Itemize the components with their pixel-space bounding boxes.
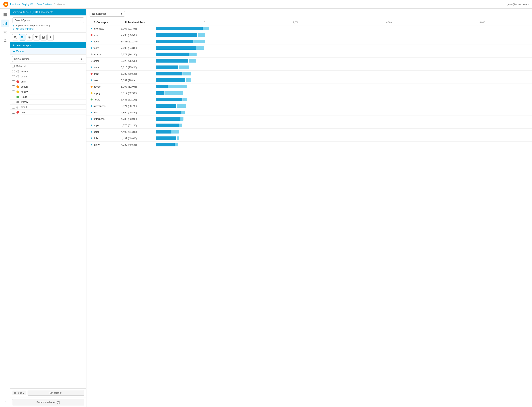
bar-dark [156,27,203,30]
row-concept-name: bitterness [94,117,121,120]
row-bar-container [156,78,529,82]
concept-checkbox[interactable] [12,70,15,73]
chart-row[interactable]: +taste6,616 (75.4%) [87,64,532,70]
no-filter-label: No filter selected [16,28,33,31]
bar-light [183,98,187,101]
bar-dark [156,40,193,43]
flavors-group-header[interactable]: ▶ Flavors [10,48,86,54]
remove-selected-button[interactable]: Remove selected (0) [12,399,84,406]
concept-checkbox[interactable] [12,80,15,83]
main-content: No Selection ▾ ⇅ Concepts ⇅ Total matche… [87,9,532,407]
row-matches-value: 88,888 (100%) [121,40,156,43]
chart-row[interactable]: +bitterness4,730 (53.9%) [87,116,532,122]
bar-light [179,65,189,69]
chart-row[interactable]: +malt4,856 (55.4%) [87,109,532,116]
select-all-checkbox[interactable] [12,65,15,67]
row-icon: + [90,111,94,114]
select-all-row[interactable]: Select all [10,63,86,69]
chart-row[interactable]: +hops4,575 (52.2%) [87,122,532,129]
chart-row[interactable]: +finish4,492 (49.8%) [87,135,532,141]
chevron-down-icon: ▾ [527,3,529,6]
concept-list-item[interactable]: decent [10,84,86,89]
sidebar-item-person[interactable] [1,37,9,45]
concept-list-item[interactable]: drink [10,79,86,84]
row-matches-value: 4,575 (52.2%) [121,124,156,127]
chart-row[interactable]: Pours5,443 (62.1%) [87,96,532,103]
user-menu[interactable]: jane@acme.com ▾ [508,3,529,6]
row-bar-container [156,52,529,56]
svg-point-26 [29,37,30,38]
top-select-dropdown[interactable]: Select Option ▾ [13,17,84,23]
color-bar: Blue ▴ Set color (0) [10,389,86,397]
color-indicator[interactable]: Blue ▴ [12,391,26,395]
bar-dark [156,143,175,146]
bar-light [177,104,186,108]
concept-checkbox[interactable] [12,101,15,103]
chart-row[interactable]: +sweetness5,321 (60.7%) [87,103,532,109]
sidebar-item-settings[interactable] [1,399,9,407]
concept-dropdown[interactable]: Select Option ▾ [12,56,84,62]
list-view-button[interactable] [19,34,25,40]
search-button[interactable] [12,34,18,40]
row-icon: + [90,66,94,69]
chart-row[interactable]: drink6,180 (70.5%) [87,70,532,77]
col-concepts-header[interactable]: ⇅ Concepts [94,21,125,24]
concept-list-item[interactable]: watery [10,100,86,105]
top-concepts-row: ⚙ Top concepts by prevalence (50) [13,24,84,27]
concept-list-item[interactable]: ⊘aroma [10,69,86,74]
concept-list-item[interactable]: nose [10,110,86,115]
chart-row[interactable]: +malty4,338 (49.5%) [87,141,532,148]
chart-row[interactable]: ⊘smell6,628 (75.6%) [87,58,532,64]
concept-list-item[interactable]: hoppy [10,89,86,94]
set-color-button[interactable]: Set color (0) [28,390,84,396]
breadcrumb-app[interactable]: Luminoso Daylight® [10,3,33,6]
filter-button[interactable] [33,34,40,40]
bar-light [189,59,196,63]
sidebar-item-chart[interactable] [1,20,9,27]
svg-point-10 [5,31,6,33]
sidebar-item-cluster[interactable] [1,28,9,36]
concept-checkbox[interactable] [12,86,15,88]
row-bar-container [156,98,529,102]
concept-checkbox[interactable] [12,96,15,98]
row-matches-value: 6,139 (70%) [121,79,156,82]
chart-row[interactable]: +color4,498 (51.3%) [87,129,532,135]
row-matches-value: 6,628 (75.6%) [121,59,156,62]
blocked-dot-icon: ⊘ [16,106,19,109]
settings-button[interactable] [26,34,32,40]
concept-list-item[interactable]: Pours [10,94,86,100]
chart-row[interactable]: decent5,797 (62.9%) [87,84,532,90]
row-icon: + [90,40,94,43]
document-button[interactable] [40,34,47,40]
col-matches-header[interactable]: ⇅ Total matches [125,21,160,24]
svg-rect-7 [4,24,4,25]
concept-checkbox[interactable] [12,91,15,93]
chart-row[interactable]: ⊘aroma6,671 (76.1%) [87,51,532,58]
chart-row[interactable]: +aftertaste8,007 (91.3%) [87,25,532,32]
sidebar-item-grid[interactable] [1,11,9,19]
axis-label: 0 [204,21,205,23]
chart-rows: +aftertaste8,007 (91.3%)nose7,496 (85.5%… [87,25,532,148]
concept-checkbox[interactable] [12,111,15,114]
chevron-right-icon: ▶ [13,50,15,53]
concept-checkbox[interactable] [12,106,15,109]
row-concept-name: hoppy [94,92,121,95]
chart-row[interactable]: +taste7,292 (84.3%) [87,45,532,51]
row-icon: + [90,130,94,133]
chart-row[interactable]: nose7,496 (85.5%) [87,32,532,38]
svg-rect-5 [4,15,5,16]
row-concept-name: finish [94,137,121,140]
concept-list-item[interactable]: ⊘smell [10,105,86,110]
viewing-label: Viewing: 8,7771 (100%) documents [13,11,53,14]
chart-row[interactable]: +flavor88,888 (100%) [87,38,532,45]
row-icon: + [90,143,94,146]
download-button[interactable] [47,34,54,40]
chart-row[interactable]: hoppy5,517 (62.9%) [87,90,532,96]
concept-list-item[interactable]: ⊘smell [10,74,86,79]
row-matches-value: 4,856 (55.4%) [121,111,156,114]
no-selection-dropdown[interactable]: No Selection ▾ [90,11,125,17]
breadcrumb-project[interactable]: Beer Reviews [37,3,52,6]
chart-row[interactable]: +beer6,139 (70%) [87,77,532,84]
row-matches-value: 4,338 (49.5%) [121,143,156,146]
concept-checkbox[interactable] [12,75,15,78]
